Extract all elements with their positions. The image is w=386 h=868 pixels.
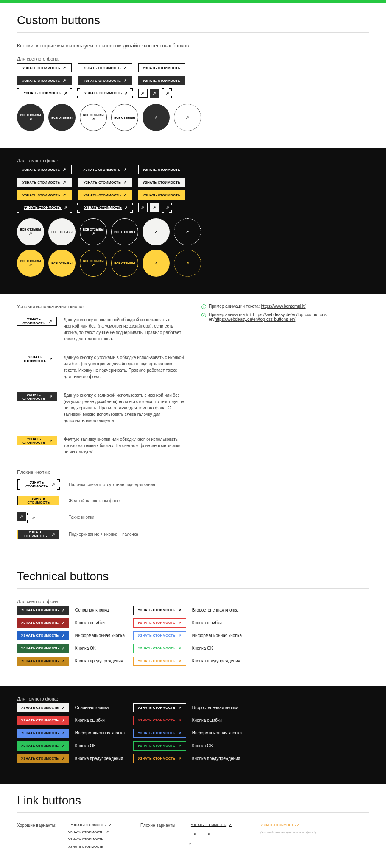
link-bad-sq1[interactable]: ↗ — [188, 830, 198, 838]
btn-solid-white[interactable]: УЗНАТЬ СТОИМОСТЬ — [17, 178, 72, 187]
btn-sq-corners[interactable] — [162, 89, 171, 98]
tech-ok-out[interactable]: УЗНАТЬ СТОИМОСТЬ — [133, 644, 186, 653]
tech-ok[interactable]: УЗНАТЬ СТОИМОСТЬ — [17, 644, 69, 653]
btn-solid-yl-noicon[interactable]: УЗНАТЬ СТОИМОСТЬ — [138, 190, 185, 200]
tech-d-error[interactable]: УЗНАТЬ СТОИМОСТЬ — [17, 716, 69, 725]
arrow-icon — [178, 757, 182, 761]
btn-yl-tick[interactable]: УЗНАТЬ СТОИМОСТЬ — [78, 190, 132, 200]
circle-outline-dark-2[interactable]: ВСЕ ОТЗЫВЫ — [111, 104, 138, 131]
bad-btn-2[interactable]: УЗНАТЬ СТОИМОСТЬ — [17, 496, 59, 505]
btn-corners-white[interactable]: УЗНАТЬ СТОИМОСТЬ — [17, 203, 72, 212]
btn-solid-yellow[interactable]: УЗНАТЬ СТОИМОСТЬ — [17, 190, 72, 200]
btn-solid-wh-noicon[interactable]: УЗНАТЬ СТОИМОСТЬ — [138, 178, 185, 187]
btn-outline-noicon[interactable]: УЗНАТЬ СТОИМОСТЬ — [138, 63, 185, 72]
link-bad-sq2[interactable]: ↗ — [202, 830, 212, 838]
arrow-icon — [62, 646, 65, 651]
link-webdeasy[interactable]: https://webdeasy.de/en/top-css-buttons-e… — [215, 317, 295, 322]
btn-corners-underline-2[interactable]: УЗНАТЬ СТОИМОСТЬ — [78, 89, 132, 98]
cond-row-2: УЗНАТЬ СТОИМОСТЬ Данную кнопку с уголкам… — [17, 348, 185, 386]
arrow-icon — [49, 395, 53, 399]
arrow-icon — [63, 66, 66, 70]
btn-solid-dark[interactable]: УЗНАТЬ СТОИМОСТЬ — [17, 76, 72, 85]
circle-outl-yl-1[interactable]: ВСЕ ОТЗЫВЫ — [80, 250, 107, 277]
bad-btn-1[interactable]: УЗНАТЬ СТОИМОСТЬ — [17, 480, 59, 489]
tech-d-ok[interactable]: УЗНАТЬ СТОИМОСТЬ — [17, 741, 69, 751]
arrow-icon — [178, 659, 182, 663]
arrow-icon — [166, 91, 169, 95]
cond-btn-4[interactable]: УЗНАТЬ СТОИМОСТЬ — [17, 436, 57, 445]
circle-yl-2[interactable]: ВСЕ ОТЗЫВЫ — [48, 250, 76, 277]
arrow-icon — [52, 482, 55, 487]
link-good-1[interactable]: УЗНАТЬ СТОИМОСТЬ ↗ — [68, 823, 112, 827]
circle-outl-wh-2[interactable]: ВСЕ ОТЗЫВЫ — [111, 218, 138, 245]
circle-dash-yl[interactable] — [174, 250, 201, 277]
circle-wh-arrow[interactable] — [143, 218, 170, 245]
arrow-icon — [49, 357, 53, 361]
circle-wh-1[interactable]: ВСЕ ОТЗЫВЫ — [17, 218, 44, 245]
btn-corners-underline[interactable]: УЗНАТЬ СТОИМОСТЬ — [17, 89, 72, 98]
btn-corners-white-2[interactable]: УЗНАТЬ СТОИМОСТЬ — [78, 203, 132, 212]
arrow-icon — [62, 731, 65, 735]
circle-outline-dark[interactable]: ВСЕ ОТЗЫВЫ — [80, 104, 107, 131]
btn-outline-tick[interactable]: УЗНАТЬ СТОИМОСТЬ — [78, 63, 132, 72]
tech-error-out[interactable]: УЗНАТЬ СТОИМОСТЬ — [133, 618, 186, 628]
circle-yl-arrow[interactable] — [143, 250, 170, 277]
btn-sq-solid-d[interactable] — [150, 203, 159, 212]
btn-solid-wh-tick[interactable]: УЗНАТЬ СТОИМОСТЬ — [78, 178, 132, 187]
link-good-3[interactable]: УЗНАТЬ СТОИМОСТЬ — [68, 837, 112, 841]
arrow-icon — [63, 180, 66, 184]
link-bontempi[interactable]: https://www.bontempi.it/ — [261, 304, 306, 309]
tech-d-ok-out[interactable]: УЗНАТЬ СТОИМОСТЬ — [133, 741, 186, 751]
arrow-icon — [178, 731, 182, 735]
btn-outline-tick-d[interactable]: УЗНАТЬ СТОИМОСТЬ — [78, 165, 132, 174]
tech-d-warn[interactable]: УЗНАТЬ СТОИМОСТЬ — [17, 754, 69, 763]
arrow-icon — [63, 78, 66, 83]
cond-row-3: УЗНАТЬ СТОИМОСТЬ Данную кнопку с заливко… — [17, 386, 185, 430]
tech-d-info-out[interactable]: УЗНАТЬ СТОИМОСТЬ — [133, 729, 186, 738]
tech-info-out[interactable]: УЗНАТЬ СТОИМОСТЬ — [133, 631, 186, 640]
circle-dash-wh[interactable] — [174, 218, 201, 245]
tech-d-error-out[interactable]: УЗНАТЬ СТОИМОСТЬ — [133, 716, 186, 725]
tech-warn-out[interactable]: УЗНАТЬ СТОИМОСТЬ — [133, 657, 186, 666]
circle-wh-2[interactable]: ВСЕ ОТЗЫВЫ — [48, 218, 76, 245]
circle-yl-1[interactable]: ВСЕ ОТЗЫВЫ — [17, 250, 44, 277]
link-bad-arrow[interactable]: ↗ — [188, 842, 232, 846]
tech-d-secondary[interactable]: УЗНАТЬ СТОИМОСТЬ — [133, 703, 186, 712]
btn-outline-dark[interactable]: УЗНАТЬ СТОИМОСТЬ — [17, 63, 72, 72]
btn-sq-corners-d[interactable] — [162, 203, 171, 212]
tech-info[interactable]: УЗНАТЬ СТОИМОСТЬ — [17, 631, 69, 640]
circle-solid-arrow[interactable] — [143, 104, 170, 131]
tech-secondary[interactable]: УЗНАТЬ СТОИМОСТЬ — [133, 606, 186, 615]
btn-sq-outline-d[interactable] — [138, 203, 148, 212]
circle-solid-dark[interactable]: ВСЕ ОТЗЫВЫ — [17, 104, 44, 131]
tech-light-label: Для светлого фона: — [17, 599, 369, 604]
btn-solid-tick[interactable]: УЗНАТЬ СТОИМОСТЬ — [78, 76, 132, 85]
tech-d-info[interactable]: УЗНАТЬ СТОИМОСТЬ — [17, 729, 69, 738]
cond-btn-3[interactable]: УЗНАТЬ СТОИМОСТЬ — [17, 392, 57, 401]
cond-btn-2[interactable]: УЗНАТЬ СТОИМОСТЬ — [17, 354, 57, 364]
bad-btn-3b[interactable] — [28, 513, 37, 523]
tech-d-primary[interactable]: УЗНАТЬ СТОИМОСТЬ — [17, 703, 69, 712]
circle-outl-yl-2[interactable]: ВСЕ ОТЗЫВЫ — [111, 250, 138, 277]
conditions-title: Условия использования кнопок: — [17, 304, 185, 309]
circle-dashed-arrow[interactable] — [174, 104, 201, 131]
arrow-icon — [62, 634, 65, 638]
circle-solid-dark-2[interactable]: ВСЕ ОТЗЫВЫ — [48, 104, 76, 131]
tech-warn[interactable]: УЗНАТЬ СТОИМОСТЬ — [17, 657, 69, 666]
btn-outline-white[interactable]: УЗНАТЬ СТОИМОСТЬ — [17, 165, 72, 174]
btn-solid-noicon[interactable]: УЗНАТЬ СТОИМОСТЬ — [138, 76, 185, 85]
cond-btn-1[interactable]: УЗНАТЬ СТОИМОСТЬ — [17, 317, 57, 326]
bad-btn-3a[interactable] — [17, 512, 26, 521]
link-bad-1[interactable]: УЗНАТЬ СТОИМОСТЬ ↗ — [188, 823, 232, 827]
btn-sq-solid[interactable] — [150, 89, 159, 98]
btn-sq-outline[interactable] — [138, 89, 148, 98]
tech-d-warn-out[interactable]: УЗНАТЬ СТОИМОСТЬ — [133, 754, 186, 763]
tech-error[interactable]: УЗНАТЬ СТОИМОСТЬ — [17, 618, 69, 628]
link-good-2[interactable]: УЗНАТЬ СТОИМОСТЬ ↗ — [68, 830, 112, 834]
arrow-icon — [62, 608, 65, 612]
tech-primary[interactable]: УЗНАТЬ СТОИМОСТЬ — [17, 606, 69, 615]
link-good-4[interactable]: УЗНАТЬ СТОИМОСТЬ — [68, 845, 112, 849]
bad-btn-4[interactable]: УЗНАТЬ СТОИМОСТЬ — [17, 530, 59, 539]
circle-outl-wh-1[interactable]: ВСЕ ОТЗЫВЫ — [80, 218, 107, 245]
btn-outline-wh-noicon[interactable]: УЗНАТЬ СТОИМОСТЬ — [138, 165, 185, 174]
